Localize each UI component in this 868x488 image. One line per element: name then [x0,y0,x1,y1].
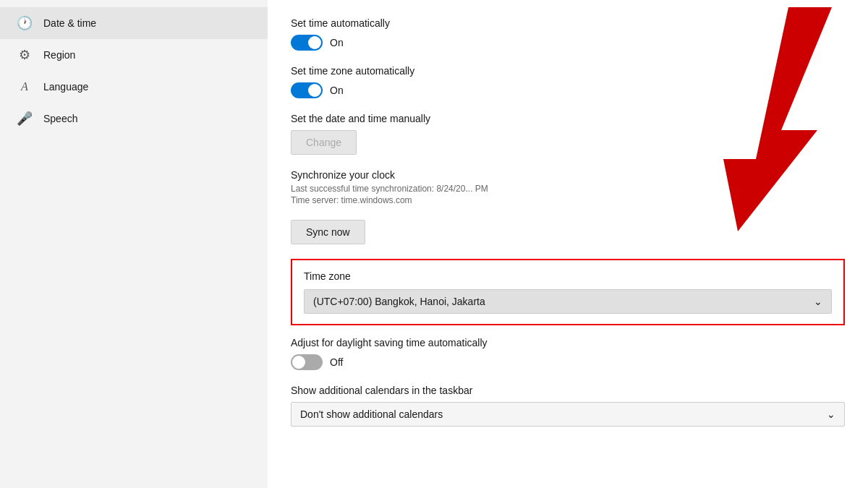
set-time-auto-toggle[interactable] [291,35,323,51]
sync-title: Synchronize your clock [291,169,845,181]
set-time-auto-toggle-container: On [291,35,845,51]
timezone-value: (UTC+07:00) Bangkok, Hanoi, Jakarta [313,296,485,307]
set-timezone-auto-section: Set time zone automatically On [291,65,845,98]
timezone-dropdown[interactable]: (UTC+07:00) Bangkok, Hanoi, Jakarta ⌄ [304,289,832,314]
sync-section: Synchronize your clock Last successful t… [291,169,845,244]
daylight-label: Adjust for daylight saving time automati… [291,337,845,348]
set-timezone-auto-toggle-label: On [330,85,344,96]
clock-icon: 🕐 [17,16,32,30]
set-timezone-auto-label: Set time zone automatically [291,65,845,77]
sidebar-item-label: Region [43,49,75,61]
sidebar-item-label: Date & time [43,17,96,29]
sidebar-item-speech[interactable]: 🎤 Speech [0,103,268,134]
set-timezone-auto-toggle[interactable] [291,82,323,98]
additional-calendars-label: Show additional calendars in the taskbar [291,385,845,396]
timezone-dropdown-wrapper: (UTC+07:00) Bangkok, Hanoi, Jakarta ⌄ [304,289,832,314]
main-content: Set time automatically On Set time zone … [268,0,868,488]
daylight-toggle[interactable] [291,354,323,370]
additional-calendars-value: Don't show additional calendars [300,408,443,420]
set-timezone-auto-toggle-container: On [291,82,845,98]
sidebar-item-region[interactable]: ⚙ Region [0,39,268,71]
daylight-toggle-label: Off [330,356,343,368]
sidebar: 🕐 Date & time ⚙ Region A Language 🎤 Spee… [0,0,268,488]
speech-icon: 🎤 [17,111,32,126]
sidebar-item-date-time[interactable]: 🕐 Date & time [0,7,268,39]
daylight-section: Adjust for daylight saving time automati… [291,337,845,370]
additional-calendars-dropdown[interactable]: Don't show additional calendars ⌄ [291,402,845,427]
timezone-section: Time zone (UTC+07:00) Bangkok, Hanoi, Ja… [291,259,845,325]
sidebar-item-label: Speech [43,113,77,124]
change-button[interactable]: Change [291,130,357,155]
sidebar-item-language[interactable]: A Language [0,71,268,103]
region-icon: ⚙ [17,48,32,62]
set-time-auto-section: Set time automatically On [291,17,845,51]
additional-calendars-section: Show additional calendars in the taskbar… [291,385,845,427]
daylight-toggle-container: Off [291,354,845,370]
sync-now-button[interactable]: Sync now [291,220,365,244]
chevron-down-icon: ⌄ [814,296,822,307]
set-manually-label: Set the date and time manually [291,113,845,124]
additional-calendars-dropdown-wrapper: Don't show additional calendars ⌄ [291,402,845,427]
set-time-auto-toggle-label: On [330,37,344,48]
language-icon: A [17,80,32,94]
sync-last-sync: Last successful time synchronization: 8/… [291,184,845,194]
sidebar-item-label: Language [43,81,88,93]
timezone-label: Time zone [304,270,832,282]
set-time-auto-label: Set time automatically [291,17,845,29]
chevron-down-icon-calendars: ⌄ [827,408,835,420]
set-manually-section: Set the date and time manually Change [291,113,845,155]
sync-server: Time server: time.windows.com [291,195,845,205]
